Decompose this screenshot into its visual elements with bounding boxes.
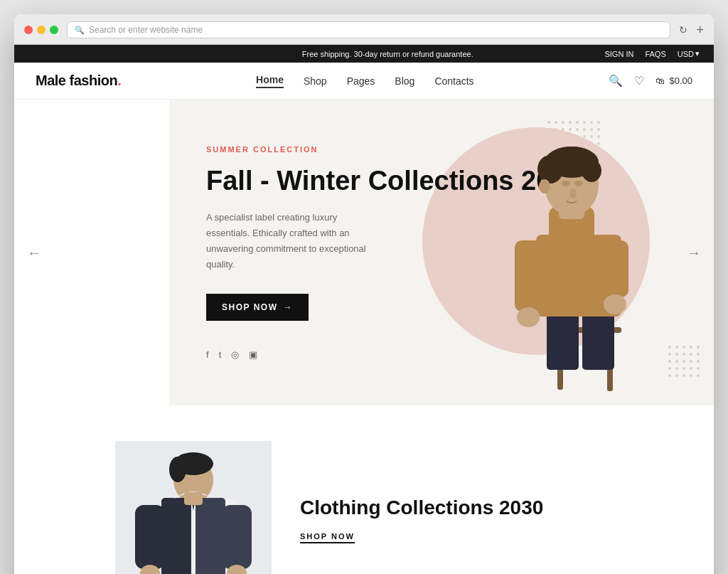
announcement-bar: Free shipping. 30-day return or refund g… [14, 45, 714, 63]
svg-point-16 [550, 147, 593, 166]
browser-chrome: 🔍 Search or enter website name ↻ + [14, 14, 714, 45]
collections-section: Clothing Collections 2030 SHOP NOW [14, 405, 714, 574]
svg-point-24 [169, 457, 186, 482]
svg-point-9 [517, 307, 540, 327]
hero-description: A specialist label creating luxury essen… [206, 210, 377, 272]
traffic-light-close[interactable] [24, 26, 33, 34]
wishlist-icon[interactable]: ♡ [634, 74, 644, 87]
svg-rect-26 [161, 498, 191, 574]
main-nav: Home Shop Pages Blog Contacts [256, 74, 474, 88]
svg-point-19 [574, 181, 583, 186]
site-header: Male fashion. Home Shop Pages Blog Conta… [14, 63, 714, 100]
collection-shop-now-link[interactable]: SHOP NOW [300, 532, 355, 543]
cart-button[interactable]: 🛍 $0.00 [655, 75, 692, 86]
instagram-icon[interactable]: ▣ [249, 349, 257, 360]
twitter-icon[interactable]: t [219, 349, 222, 360]
logo-text: Male fashion [36, 73, 117, 88]
traffic-light-minimize[interactable] [37, 26, 46, 34]
browser-window: 🔍 Search or enter website name ↻ + Free … [14, 14, 714, 574]
currency-selector[interactable]: USD ▾ [678, 49, 700, 58]
slider-next-button[interactable]: → [681, 239, 707, 267]
nav-item-home[interactable]: Home [256, 74, 284, 88]
svg-rect-30 [222, 505, 252, 569]
nav-item-blog[interactable]: Blog [395, 75, 414, 87]
slider-prev-button[interactable]: ← [21, 239, 47, 267]
jacket-svg [115, 441, 272, 574]
hero-cta-button[interactable]: SHOP NOW → [206, 294, 309, 321]
collection-card: Clothing Collections 2030 SHOP NOW [115, 441, 613, 574]
header-icons: 🔍 ♡ 🛍 $0.00 [609, 74, 692, 87]
faqs-link[interactable]: FAQS [645, 50, 665, 58]
address-bar-text: Search or enter website name [89, 25, 203, 35]
arrow-icon: → [283, 302, 293, 312]
reload-button[interactable]: ↻ [679, 24, 687, 36]
search-icon: 🔍 [75, 26, 85, 35]
nav-item-pages[interactable]: Pages [347, 75, 375, 87]
sign-in-link[interactable]: SIGN IN [604, 50, 633, 58]
address-bar[interactable]: 🔍 Search or enter website name [67, 21, 670, 38]
svg-rect-29 [135, 505, 165, 569]
svg-rect-27 [196, 498, 225, 574]
svg-rect-8 [601, 240, 628, 297]
new-tab-button[interactable]: + [696, 23, 704, 38]
svg-rect-7 [515, 240, 542, 312]
traffic-lights [24, 26, 58, 34]
svg-rect-33 [184, 492, 203, 505]
announcement-message: Free shipping. 30-day return or refund g… [171, 50, 604, 58]
announcement-right: SIGN IN FAQS USD ▾ [604, 49, 700, 58]
svg-point-18 [562, 181, 570, 186]
facebook-icon[interactable]: f [206, 349, 209, 360]
svg-point-20 [569, 188, 577, 198]
collection-image [115, 441, 272, 574]
cart-price: $0.00 [669, 75, 692, 86]
search-icon[interactable]: 🔍 [609, 74, 623, 87]
logo-dot: . [117, 73, 121, 88]
collection-content: Clothing Collections 2030 SHOP NOW [300, 495, 613, 543]
svg-point-17 [539, 179, 550, 193]
hero-section: ← SUMMER COLLECTION Fall - Winter Collec… [14, 100, 714, 405]
site-logo[interactable]: Male fashion. [36, 73, 121, 89]
collection-title: Clothing Collections 2030 [300, 495, 613, 521]
hero-person-image [472, 135, 671, 405]
pinterest-icon[interactable]: ◎ [231, 349, 239, 360]
traffic-light-maximize[interactable] [50, 26, 58, 34]
svg-point-10 [604, 294, 626, 314]
nav-item-shop[interactable]: Shop [304, 75, 327, 87]
cart-icon: 🛍 [655, 75, 665, 86]
nav-item-contacts[interactable]: Contacts [434, 75, 473, 87]
